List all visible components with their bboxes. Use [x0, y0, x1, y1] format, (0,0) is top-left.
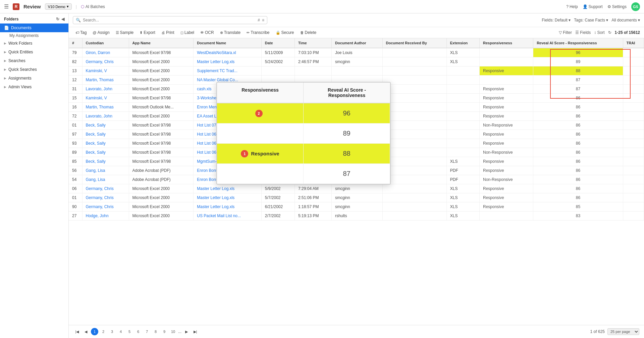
cell-custodian: Beck, Sally — [82, 148, 129, 157]
search-input[interactable] — [83, 18, 256, 22]
assign-button[interactable]: @ Assign — [90, 29, 112, 36]
version-dropdown[interactable]: V10 Demo ▾ — [45, 3, 72, 10]
sample-button[interactable]: ☰ Sample — [113, 29, 137, 36]
sidebar-item-quick-searches[interactable]: ▶ Quick Searches — [0, 65, 68, 74]
prev-page-button[interactable]: ◀ — [82, 328, 90, 335]
page-7-button[interactable]: 7 — [143, 328, 151, 335]
sidebar-item-quick-entities[interactable]: ▶ Quick Entities — [0, 48, 68, 56]
support-link[interactable]: 👤 Support — [583, 4, 603, 9]
refresh-icon[interactable]: ↻ — [56, 17, 59, 21]
th-custodian[interactable]: Custodian — [82, 38, 129, 48]
current-page-input-label: 1 of 625 — [590, 329, 605, 334]
cell-responsiveness: Responsive — [479, 184, 533, 193]
cell-app: Microsoft Excel 2000 — [129, 76, 194, 85]
th-doc-author[interactable]: Document Author — [332, 38, 382, 48]
sidebar-item-assignments[interactable]: ▶ Assignments — [0, 74, 68, 83]
ai-batches-button[interactable]: ⬡ AI Batches — [81, 4, 105, 9]
cell-ext — [446, 148, 479, 157]
filter-icon[interactable]: ≡ — [262, 18, 264, 22]
table-row[interactable]: 27 Hodge, John Microsoft Excel 2000 US P… — [69, 211, 644, 221]
cell-received — [382, 184, 446, 193]
cell-num: 82 — [69, 57, 82, 66]
cell-responsiveness: Non-Responsive — [479, 175, 533, 184]
settings-icon: ⚙ — [607, 4, 611, 9]
th-trai[interactable]: TRAI — [623, 38, 644, 48]
per-page-select[interactable]: 25 per page 50 per page 100 per page — [607, 328, 639, 335]
collapse-sidebar-icon[interactable]: ◀ — [61, 17, 64, 21]
cell-score: 89 — [533, 57, 623, 66]
table-row[interactable]: 90 Germany, Chris Microsoft Excel 2000 M… — [69, 202, 644, 211]
page-5-button[interactable]: 5 — [126, 328, 133, 335]
hash-icon[interactable]: # — [258, 18, 260, 22]
page-3-button[interactable]: 3 — [108, 328, 116, 335]
cell-num: 01 — [69, 121, 82, 130]
first-page-button[interactable]: |◀ — [73, 328, 81, 335]
all-docs-dropdown[interactable]: All documents ▾ — [611, 18, 640, 22]
tooltip-cell-4-1 — [217, 164, 304, 184]
filter-button[interactable]: ▽ Filter — [559, 30, 572, 35]
page-8-button[interactable]: 8 — [152, 328, 159, 335]
tooltip-col1-header: Responsiveness — [217, 83, 304, 103]
settings-link[interactable]: ⚙ Settings — [607, 4, 627, 9]
ocr-button[interactable]: 👁 OCR — [198, 29, 217, 36]
fields-dropdown[interactable]: Fields: Default ▾ — [542, 18, 571, 22]
table-row[interactable]: 01 Germany, Chris Microsoft Excel 2000 M… — [69, 193, 644, 202]
th-doc-name[interactable]: Document Name — [194, 38, 262, 48]
sidebar-item-searches[interactable]: ▶ Searches — [0, 56, 68, 65]
tag-button[interactable]: 🏷 Tag — [73, 29, 89, 36]
transcribe-button[interactable]: ✏ Transcribe — [244, 29, 272, 36]
cell-time: 5:19:13 PM — [295, 211, 332, 221]
sidebar-item-admin-views[interactable]: ▶ Admin Views — [0, 83, 68, 91]
cell-date — [261, 66, 294, 76]
refresh-table-button[interactable]: ↻ — [608, 30, 611, 35]
print-button[interactable]: 🖨 Print — [159, 29, 177, 36]
search-input-wrap[interactable]: 🔍 # ≡ — [73, 16, 267, 24]
sidebar-item-work-folders[interactable]: ▶ Work Folders — [0, 39, 68, 48]
th-date[interactable]: Date — [261, 38, 294, 48]
cell-score: 86 — [533, 193, 623, 202]
th-extension[interactable]: Extension — [446, 38, 479, 48]
delete-button[interactable]: 🗑 Delete — [298, 29, 319, 36]
th-time[interactable]: Time — [295, 38, 332, 48]
page-9-button[interactable]: 9 — [161, 328, 168, 335]
page-4-button[interactable]: 4 — [117, 328, 124, 335]
th-responsiveness[interactable]: Responsiveness — [479, 38, 533, 48]
last-page-button[interactable]: ▶| — [192, 328, 199, 335]
cell-author: Joe Louis — [332, 48, 382, 57]
help-link[interactable]: ? Help — [566, 4, 578, 9]
next-page-button[interactable]: ▶ — [183, 328, 190, 335]
page-2-button[interactable]: 2 — [100, 328, 107, 335]
translate-button[interactable]: ⊕ Translate — [217, 29, 244, 36]
cell-custodian: Beck, Sally — [82, 130, 129, 139]
th-doc-received[interactable]: Document Received By — [382, 38, 446, 48]
hamburger-icon[interactable]: ☰ — [4, 3, 9, 10]
user-avatar[interactable]: GS — [631, 2, 640, 11]
th-app-name[interactable]: App Name — [129, 38, 194, 48]
table-row[interactable]: 82 Germany, Chris Microsoft Excel 2000 M… — [69, 57, 644, 66]
tooltip-header: Responsiveness Reveal AI Score -Responsi… — [217, 83, 390, 103]
cell-num: 85 — [69, 157, 82, 166]
cell-responsiveness: Responsive — [479, 139, 533, 148]
cell-trai — [623, 148, 644, 157]
cell-responsiveness: Responsive — [479, 193, 533, 202]
fields-button[interactable]: ☰ Fields — [575, 30, 591, 35]
secure-button[interactable]: 🔒 Secure — [273, 29, 297, 36]
table-row[interactable]: 06 Germany, Chris Microsoft Excel 2000 M… — [69, 184, 644, 193]
page-1-button[interactable]: 1 — [91, 328, 98, 335]
cell-num: 54 — [69, 175, 82, 184]
th-ai-score[interactable]: Reveal AI Score - Responsiveness — [533, 38, 623, 48]
cell-docname: US Packet Mail List no... — [194, 211, 262, 221]
print-icon: 🖨 — [161, 31, 165, 35]
label-button[interactable]: ◻ Label — [178, 29, 197, 36]
page-10-button[interactable]: 10 — [169, 328, 177, 335]
table-row[interactable]: 79 Giron, Darron Microsoft Excel 97/98 W… — [69, 48, 644, 57]
page-6-button[interactable]: 6 — [135, 328, 142, 335]
sort-button[interactable]: ↕ Sort — [594, 30, 604, 35]
sidebar-item-my-assignments[interactable]: My Assignments — [0, 32, 68, 39]
cell-app: Microsoft Excel 2000 — [129, 211, 194, 221]
table-row[interactable]: 13 Kaminski, V Microsoft Excel 2000 Supp… — [69, 66, 644, 76]
cell-received — [382, 157, 446, 166]
tags-dropdown[interactable]: Tags: Case Facts ▾ — [574, 18, 608, 22]
export-button[interactable]: ⬆ Export — [137, 29, 158, 36]
sidebar-item-documents[interactable]: 📄 Documents — [0, 23, 68, 32]
